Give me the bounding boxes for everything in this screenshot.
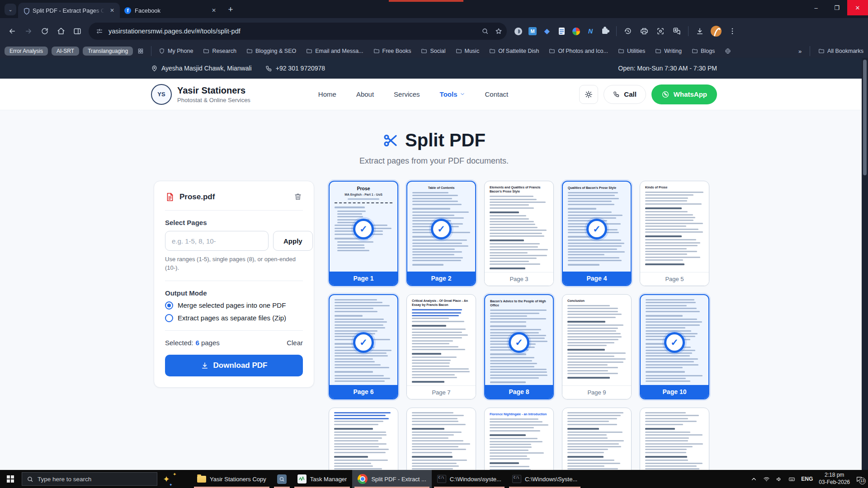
bookmark-email-and-messa[interactable]: Email and Messa... — [306, 48, 363, 54]
nav-item-home[interactable]: Home — [318, 90, 336, 98]
page-thumbnail-1[interactable]: ProseMA English - Part 1 - UoS✓Page 1 — [329, 181, 398, 286]
touch-keyboard-icon[interactable] — [788, 476, 795, 483]
extension-m-icon[interactable]: M — [527, 25, 538, 37]
page-thumbnail-9[interactable]: ConclusionPage 9 — [562, 294, 632, 399]
apply-button[interactable]: Apply — [273, 231, 313, 251]
extension-circle-icon[interactable] — [512, 25, 524, 37]
site-phone[interactable]: +92 301 9720978 — [265, 65, 325, 72]
nav-item-about[interactable]: About — [356, 90, 374, 98]
page-thumbnail-4[interactable]: Qualities of Bacon's Prose Style✓Page 4 — [562, 181, 632, 286]
nav-item-contact[interactable]: Contact — [485, 90, 509, 98]
browser-tab-split-pdf[interactable]: Split PDF - Extract Pages Onl ✕ — [18, 3, 120, 18]
site-settings-icon[interactable] — [95, 27, 104, 36]
apps-grid-icon[interactable] — [137, 48, 144, 54]
downloads-button[interactable] — [692, 23, 708, 39]
download-pdf-button[interactable]: Download PDF — [165, 355, 303, 376]
bookmark-research[interactable]: Research — [203, 48, 236, 54]
bookmark-music[interactable]: Music — [456, 48, 480, 54]
page-thumbnail-3[interactable]: Elements and Qualities of Francis Bacon'… — [484, 181, 554, 286]
bookmark-my-phone[interactable]: My Phone — [159, 48, 193, 54]
page-thumbnail-12[interactable]: Page 12 — [406, 408, 476, 470]
bookmark-star-icon[interactable] — [494, 27, 503, 36]
extension-n-icon[interactable]: N — [585, 25, 596, 37]
page-thumbnail-15[interactable]: Page 15 — [640, 408, 709, 470]
page-thumbnail-6[interactable]: ✓Page 6 — [329, 294, 398, 399]
tab-close-icon[interactable]: ✕ — [108, 6, 116, 14]
page-thumbnail-14[interactable]: Page 14 — [562, 408, 632, 470]
call-button[interactable]: Call — [604, 85, 646, 104]
translate-button[interactable] — [669, 23, 684, 39]
taskbar-search-input[interactable] — [38, 476, 152, 483]
bookmark-writing[interactable]: Writing — [655, 48, 682, 54]
tab-search-button[interactable]: ⌄ — [5, 4, 16, 15]
taskbar-item-c-windows-syste[interactable]: C:\C:\Windows\Syste... — [507, 470, 583, 488]
extension-kite-icon[interactable]: ◆ — [541, 25, 553, 37]
radio-icon[interactable] — [165, 301, 173, 310]
url-text[interactable]: yasirstationersmwi.pages.dev/#/tools/spl… — [108, 28, 476, 35]
minimize-button[interactable]: – — [806, 0, 826, 15]
forward-button[interactable] — [21, 23, 36, 39]
address-bar[interactable]: yasirstationersmwi.pages.dev/#/tools/spl… — [89, 23, 507, 40]
bookmark-of-photos-and-ico[interactable]: Of Photos and Ico... — [549, 48, 608, 54]
page-thumbnail-5[interactable]: Kinds of ProsePage 5 — [640, 181, 709, 286]
start-button[interactable] — [0, 470, 21, 488]
clock[interactable]: 2:18 pm 03-Feb-2026 — [819, 472, 850, 486]
radio-extract-option[interactable]: Extract pages as separate files (Zip) — [165, 314, 303, 322]
restore-button[interactable]: ❐ — [826, 0, 847, 15]
bookmark-blogs[interactable]: Blogs — [692, 48, 715, 54]
zoom-icon[interactable] — [481, 27, 490, 36]
radio-icon[interactable] — [165, 314, 173, 322]
bookmark-social[interactable]: Social — [421, 48, 445, 54]
page-thumbnail-10[interactable]: ✓Page 10 — [640, 294, 709, 399]
clear-button[interactable]: Clear — [287, 339, 303, 347]
bookmark-blogging-seo[interactable]: Blogging & SEO — [246, 48, 296, 54]
site-logo[interactable]: YS — [151, 84, 172, 105]
browser-menu-button[interactable] — [725, 23, 740, 39]
tab-group-translanguaging[interactable]: Translanguaging — [83, 47, 133, 56]
bookmark-of-sattelite-dish[interactable]: Of Sattelite Dish — [489, 48, 539, 54]
language-indicator[interactable]: ENG — [801, 476, 813, 482]
all-bookmarks-button[interactable]: All Bookmarks — [818, 48, 863, 54]
close-button[interactable]: ✕ — [847, 0, 868, 15]
taskbar-search[interactable] — [22, 472, 157, 486]
nav-item-services[interactable]: Services — [394, 90, 420, 98]
extension-pinwheel-icon[interactable] — [570, 25, 582, 37]
tab-close-icon[interactable]: ✕ — [210, 6, 218, 14]
history-button[interactable] — [620, 23, 636, 39]
back-button[interactable] — [5, 23, 20, 39]
page-thumbnail-11[interactable]: Page 11 — [329, 408, 398, 470]
profile-avatar[interactable] — [708, 23, 724, 39]
taskbar-item-task-manager[interactable]: Task Manager — [292, 470, 353, 488]
scrollbar-thumb[interactable] — [863, 60, 867, 175]
bookmark-free-books[interactable]: Free Books — [373, 48, 411, 54]
notifications-button[interactable]: 13 — [856, 476, 863, 483]
tray-overflow-chevron-icon[interactable] — [750, 476, 757, 483]
page-thumbnail-7[interactable]: Critical Analysis - Of Great Place - An … — [406, 294, 476, 399]
copilot-sparkle-icon[interactable]: ✦✦✦ — [163, 470, 186, 488]
taskbar-item-c-windows-syste[interactable]: C:\C:\Windows\syste... — [432, 470, 507, 488]
side-panel-button[interactable] — [70, 23, 85, 39]
page-thumbnail-13[interactable]: Florence Nightingale - an IntroductionPa… — [484, 408, 554, 470]
print-button[interactable] — [637, 23, 652, 39]
tab-group-ai-srt[interactable]: AI-SRT — [52, 47, 79, 56]
extension-doc-icon[interactable] — [556, 25, 567, 37]
bookmark-utilities[interactable]: Utilities — [618, 48, 645, 54]
wifi-icon[interactable] — [763, 476, 770, 483]
theme-toggle-button[interactable] — [579, 85, 598, 104]
volume-icon[interactable] — [776, 476, 783, 483]
page-scrollbar[interactable] — [862, 58, 868, 470]
taskbar-item-magnifier[interactable] — [272, 470, 292, 488]
screen-capture-button[interactable] — [653, 23, 668, 39]
page-thumbnail-2[interactable]: Table of Contents✓Page 2 — [406, 181, 476, 286]
taskbar-item-split-pdf-extract[interactable]: Split PDF - Extract ... — [352, 470, 431, 488]
tab-group-error-analysis[interactable]: Error Analysis — [5, 47, 48, 56]
reload-button[interactable] — [37, 23, 52, 39]
bookmark-favicon[interactable] — [725, 48, 731, 54]
page-thumbnail-8[interactable]: Bacon's Advice to the People of High Off… — [484, 294, 554, 399]
nav-item-tools[interactable]: Tools — [440, 90, 465, 98]
new-tab-button[interactable]: + — [224, 3, 237, 16]
radio-merge-option[interactable]: Merge selected pages into one PDF — [165, 301, 303, 310]
extension-puzzle-icon[interactable] — [599, 25, 611, 37]
home-button[interactable] — [53, 23, 69, 39]
taskbar-item-yasir-stationers-copy[interactable]: Yasir Stationers Copy — [192, 470, 272, 488]
